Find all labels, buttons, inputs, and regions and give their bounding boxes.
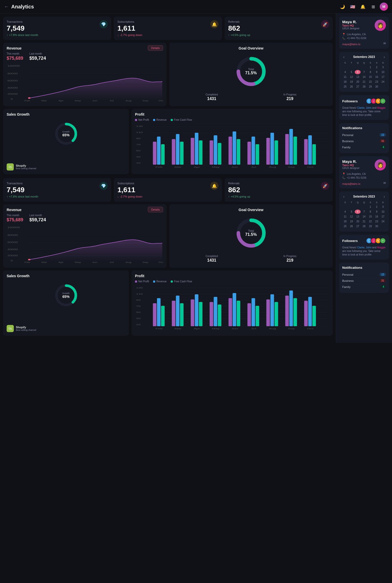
cal-day-11[interactable]: 11: [342, 75, 348, 79]
revenue-card: Revenue Details This month $75,689 Last …: [3, 43, 167, 106]
cal-day-8-2[interactable]: 8: [368, 210, 373, 214]
cal-day-24-2[interactable]: 24: [380, 219, 386, 224]
grid-icon[interactable]: ⊞: [370, 3, 377, 10]
details-button[interactable]: Details: [148, 45, 163, 51]
back-icon[interactable]: ←: [4, 4, 9, 9]
profile-phone: +1 444-751-5156: [347, 37, 366, 40]
cal-day-9-2[interactable]: 9: [374, 210, 380, 214]
theme-toggle-icon[interactable]: 🌙: [339, 3, 346, 10]
cal-day-11-2[interactable]: 11: [342, 214, 348, 219]
cal-day-14[interactable]: 14: [361, 75, 367, 79]
details-button-2[interactable]: Details: [148, 207, 163, 212]
cal-day-25-2[interactable]: 25: [342, 224, 348, 228]
cal-day-20-2[interactable]: 20: [355, 219, 361, 224]
follower-name-1[interactable]: Clarke: [357, 106, 364, 109]
cal-next-button[interactable]: ›: [383, 55, 386, 59]
cal-day-18-2[interactable]: 18: [342, 219, 348, 224]
profit-chart-2: 130 110 90 70 50 30 10: [135, 285, 329, 331]
profile-location-2: Los Angeles, CA: [347, 173, 366, 175]
cal-day-16-2[interactable]: 16: [374, 214, 380, 219]
cal-day-23[interactable]: 23: [374, 80, 380, 84]
follower-name-2[interactable]: John: [366, 106, 372, 109]
follower-name-2-2[interactable]: John: [366, 246, 372, 249]
cal-day-3-2[interactable]: 3: [380, 205, 386, 209]
cal-day-13-2[interactable]: 13: [355, 214, 361, 219]
follower-name-3[interactable]: Maggie: [377, 106, 386, 109]
notif-family-badge: 4: [381, 145, 386, 149]
cal-day-29-2[interactable]: 29: [368, 224, 373, 228]
cal-day-7[interactable]: 7: [361, 70, 367, 74]
svg-rect-55: [237, 139, 240, 165]
transactions-icon: 💎: [100, 20, 108, 28]
cal-day-5[interactable]: 5: [349, 70, 354, 74]
cal-day-22[interactable]: 22: [368, 80, 373, 84]
cal-day-17-2[interactable]: 17: [380, 214, 386, 219]
cal-day-24[interactable]: 24: [380, 80, 386, 84]
notification-icon[interactable]: 🔔: [359, 3, 366, 10]
sales-title-2: Sales Growth: [7, 274, 125, 278]
cal-next-button-2[interactable]: ›: [383, 195, 386, 199]
cal-prev-button-2[interactable]: ‹: [342, 195, 346, 199]
phone-icon: 📞: [342, 37, 345, 40]
cal-day-26[interactable]: 26: [349, 84, 354, 89]
svg-rect-48: [195, 133, 198, 165]
cal-day-26-2[interactable]: 26: [349, 224, 354, 228]
svg-rect-66: [308, 135, 312, 165]
cal-day-empty-5-2: [380, 224, 386, 228]
cal-day-13[interactable]: 13: [355, 75, 361, 79]
cal-day-2-2[interactable]: 2: [374, 205, 380, 209]
cal-day-4-2[interactable]: 4: [342, 210, 348, 214]
cal-day-23-2[interactable]: 23: [374, 219, 380, 224]
follower-name-1-2[interactable]: Clarke: [357, 246, 364, 249]
cal-day-6-today-2[interactable]: 6: [355, 210, 361, 214]
cal-day-17[interactable]: 17: [380, 75, 386, 79]
flag-icon[interactable]: 🇺🇸: [349, 3, 356, 10]
cal-header-q1: Q: [355, 61, 361, 65]
cal-day-18[interactable]: 18: [342, 80, 348, 84]
cal-day-19[interactable]: 19: [349, 80, 354, 84]
cal-day-30[interactable]: 30: [374, 84, 380, 89]
legend-label-0-2: Net Profit: [138, 280, 149, 283]
cal-day-5-2[interactable]: 5: [349, 210, 354, 214]
cal-day-1-2[interactable]: 1: [368, 205, 373, 209]
cal-day-21-2[interactable]: 21: [361, 219, 367, 224]
cal-day-15[interactable]: 15: [368, 75, 373, 79]
cal-day-14-2[interactable]: 14: [361, 214, 367, 219]
cal-day-19-2[interactable]: 19: [349, 219, 354, 224]
cal-day-10-2[interactable]: 10: [380, 210, 386, 214]
cal-day-27-2[interactable]: 27: [355, 224, 361, 228]
svg-text:Apr: Apr: [194, 327, 200, 330]
cal-day-28-2[interactable]: 28: [361, 224, 367, 228]
cal-day-15-2[interactable]: 15: [368, 214, 373, 219]
user-avatar[interactable]: M: [380, 3, 388, 11]
goal-donut: Total 71.5%: [235, 55, 268, 88]
this-month-value-2: $75,689: [7, 217, 23, 223]
cal-day-16[interactable]: 16: [374, 75, 380, 79]
svg-rect-133: [248, 303, 251, 326]
cal-day-12[interactable]: 12: [349, 75, 354, 79]
profile-location-row-2: 📍 Los Angeles, CA: [342, 173, 386, 175]
profit-legend: Net Profit Revenue Free Cash Flow: [135, 118, 329, 121]
cal-day-30-2[interactable]: 30: [374, 224, 380, 228]
cal-day-21[interactable]: 21: [361, 80, 367, 84]
cal-day-7-2[interactable]: 7: [361, 210, 367, 214]
svg-text:Mar: Mar: [41, 100, 47, 102]
cal-day-28[interactable]: 28: [361, 84, 367, 89]
cal-day-4[interactable]: 4: [342, 70, 348, 74]
cal-day-9[interactable]: 9: [374, 70, 380, 74]
cal-day-8[interactable]: 8: [368, 70, 373, 74]
cal-day-6-today[interactable]: 6: [355, 70, 361, 74]
cal-day-12-2[interactable]: 12: [349, 214, 354, 219]
cal-day-27[interactable]: 27: [355, 84, 361, 89]
cal-day-2[interactable]: 2: [374, 65, 380, 69]
cal-day-22-2[interactable]: 22: [368, 219, 373, 224]
cal-day-3[interactable]: 3: [380, 65, 386, 69]
cal-day-1[interactable]: 1: [368, 65, 373, 69]
cal-day-25[interactable]: 25: [342, 84, 348, 89]
cal-day-10[interactable]: 10: [380, 70, 386, 74]
follower-name-3-2[interactable]: Maggie: [377, 246, 386, 249]
cal-prev-button[interactable]: ‹: [342, 55, 346, 59]
cal-day-29[interactable]: 29: [368, 84, 373, 89]
svg-text:Jun: Jun: [231, 327, 238, 330]
cal-day-20[interactable]: 20: [355, 80, 361, 84]
